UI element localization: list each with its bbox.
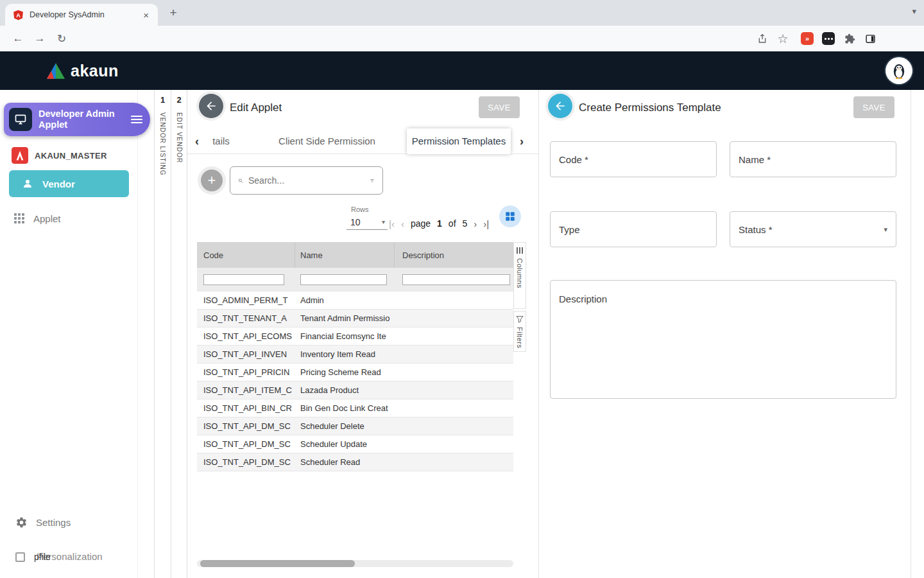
page-title: Edit Applet xyxy=(230,101,282,114)
cell-name: Admin xyxy=(295,295,395,305)
name-field[interactable]: Name * xyxy=(730,141,896,177)
column-header-code[interactable]: Code xyxy=(197,242,295,268)
apps-grid-icon xyxy=(14,213,24,223)
filter-input-name[interactable] xyxy=(300,274,387,285)
cell-name: Scheduler Update xyxy=(295,439,395,449)
tab-close-icon[interactable]: × xyxy=(141,10,151,21)
back-button[interactable] xyxy=(548,94,572,118)
extensions-puzzle-icon[interactable] xyxy=(841,26,859,51)
tab-bar: ‹ tails Client Side Permission Permissio… xyxy=(187,128,539,154)
permissions-table: Code Name Description ISO_ADMIN_PERM_T A… xyxy=(197,242,513,471)
grid-view-icon xyxy=(504,211,516,222)
back-button[interactable] xyxy=(199,94,223,118)
table-row[interactable]: ISO_TNT_API_ITEM_C Lazada Product xyxy=(197,381,513,399)
tab-details[interactable]: tails xyxy=(207,128,235,154)
table-filter-row xyxy=(197,268,513,292)
back-icon[interactable]: ← xyxy=(9,26,27,51)
arrow-back-icon xyxy=(554,100,567,112)
code-field[interactable]: Code * xyxy=(550,141,717,177)
sidebar-item-settings[interactable]: Settings xyxy=(15,511,71,534)
new-tab-button[interactable]: + xyxy=(166,6,181,20)
filter-list-icon[interactable] xyxy=(370,176,375,186)
step-edit-vendor[interactable]: 2 EDIT VENDOR xyxy=(171,90,187,578)
table-row[interactable]: ISO_TNT_API_DM_SC Scheduler Delete xyxy=(197,417,513,435)
cell-code: ISO_TNT_API_INVEN xyxy=(197,349,295,359)
cell-code: ISO_TNT_API_PRICIN xyxy=(197,367,295,377)
side-panel-icon[interactable] xyxy=(861,26,879,51)
page-word: page xyxy=(411,218,431,229)
sidebar-item-developer-admin-applet[interactable]: Developer Admin Applet xyxy=(4,103,150,136)
table-row[interactable]: ISO_TNT_API_INVEN Inventory Item Read xyxy=(197,346,513,363)
tabs-scroll-right-icon[interactable]: › xyxy=(520,128,524,154)
personalization-overlay-label: pfile xyxy=(34,552,51,562)
wizard-steps: 1 VENDOR LISTING 2 EDIT VENDOR xyxy=(154,90,187,578)
table-row[interactable]: ISO_TNT_API_ECOMS Financial Ecomsync Ite xyxy=(197,328,513,346)
first-page-icon[interactable]: |‹ xyxy=(389,218,395,229)
table-row[interactable]: ISO_TNT_TENANT_A Tenant Admin Permissio xyxy=(197,310,513,328)
menu-open-icon[interactable] xyxy=(131,116,142,123)
cell-code: ISO_TNT_API_DM_SC xyxy=(197,457,295,467)
columns-tool[interactable]: Columns xyxy=(513,242,526,309)
cell-name: Tenant Admin Permissio xyxy=(295,313,395,323)
share-icon[interactable] xyxy=(753,26,771,51)
description-field[interactable]: Description xyxy=(550,280,896,399)
tab-client-side-permission[interactable]: Client Side Permission xyxy=(274,128,380,154)
save-button[interactable]: SAVE xyxy=(479,96,520,118)
chevron-down-icon: ▾ xyxy=(884,225,887,234)
checkbox-icon[interactable] xyxy=(15,552,25,562)
cell-code: ISO_TNT_API_DM_SC xyxy=(197,421,295,431)
funnel-icon xyxy=(516,315,524,323)
table-row[interactable]: ISO_TNT_API_PRICIN Pricing Scheme Read xyxy=(197,363,513,381)
dark-extension-icon[interactable] xyxy=(819,26,837,51)
search-box xyxy=(230,166,383,195)
akaun-logo: akaun xyxy=(46,62,119,80)
table-row[interactable]: ISO_TNT_API_DM_SC Scheduler Update xyxy=(197,435,513,453)
table-row[interactable]: ISO_ADMIN_PERM_T Admin xyxy=(197,292,513,310)
svg-text:A: A xyxy=(16,12,21,18)
browser-toolbar: ← → ↻ akaun.cloud/#/applets/bigledger/ak… xyxy=(0,26,924,51)
sidebar-item-vendor[interactable]: Vendor xyxy=(9,170,129,197)
next-page-icon[interactable]: › xyxy=(474,218,477,229)
rows-per-page-select[interactable]: 10 ▾ xyxy=(346,215,388,230)
save-button[interactable]: SAVE xyxy=(853,96,894,118)
reload-icon[interactable]: ↻ xyxy=(53,26,71,51)
status-select[interactable]: Status * ▾ xyxy=(730,211,896,247)
filter-input-description[interactable] xyxy=(402,274,510,285)
sidebar: Developer Admin Applet AKAUN_MASTER Vend… xyxy=(0,90,138,578)
sidebar-item-label: Applet xyxy=(33,213,61,224)
sidebar-item-personalization[interactable]: Personalization pfile xyxy=(15,547,130,566)
filter-input-code[interactable] xyxy=(203,274,284,285)
tab-permission-templates[interactable]: Permission Templates xyxy=(407,128,511,154)
page-title: Create Permissions Template xyxy=(579,101,721,114)
of-word: of xyxy=(449,218,456,229)
forward-icon[interactable]: → xyxy=(31,26,49,51)
applet-button-label: Developer Admin Applet xyxy=(38,109,131,130)
tabs-scroll-left-icon[interactable]: ‹ xyxy=(195,128,199,154)
grid-view-button[interactable] xyxy=(499,206,521,227)
scrollbar-thumb[interactable] xyxy=(200,560,355,567)
sidebar-item-label: AKAUN_MASTER xyxy=(35,151,107,161)
prev-page-icon[interactable]: ‹ xyxy=(401,218,404,229)
column-header-name[interactable]: Name xyxy=(295,242,395,268)
angular-favicon: A xyxy=(13,10,24,21)
sidebar-item-applet[interactable]: Applet xyxy=(14,206,61,231)
column-header-description[interactable]: Description xyxy=(395,242,513,268)
cell-name: Pricing Scheme Read xyxy=(295,367,395,377)
browser-tab[interactable]: A Developer SysAdmin × xyxy=(5,4,158,26)
cell-code: ISO_TNT_API_ITEM_C xyxy=(197,385,295,395)
gear-icon xyxy=(15,516,28,529)
filters-tool[interactable]: Filters xyxy=(513,311,526,352)
red-extension-icon[interactable]: » xyxy=(798,26,816,51)
penguin-icon xyxy=(890,62,908,80)
search-input[interactable] xyxy=(248,175,364,186)
sidebar-item-akaun-master[interactable]: AKAUN_MASTER xyxy=(12,143,107,168)
tab-overflow-icon[interactable]: ▾ xyxy=(912,6,916,16)
type-field[interactable]: Type xyxy=(550,211,717,247)
bookmark-star-icon[interactable]: ☆ xyxy=(774,26,792,51)
table-row[interactable]: ISO_TNT_API_BIN_CR Bin Gen Doc Link Crea… xyxy=(197,399,513,417)
user-avatar-penguin[interactable] xyxy=(886,57,912,84)
last-page-icon[interactable]: ›| xyxy=(483,218,489,229)
table-row[interactable]: ISO_TNT_API_DM_SC Scheduler Read xyxy=(197,453,513,471)
add-template-button[interactable]: + xyxy=(201,170,223,191)
step-vendor-listing[interactable]: 1 VENDOR LISTING xyxy=(154,90,171,578)
